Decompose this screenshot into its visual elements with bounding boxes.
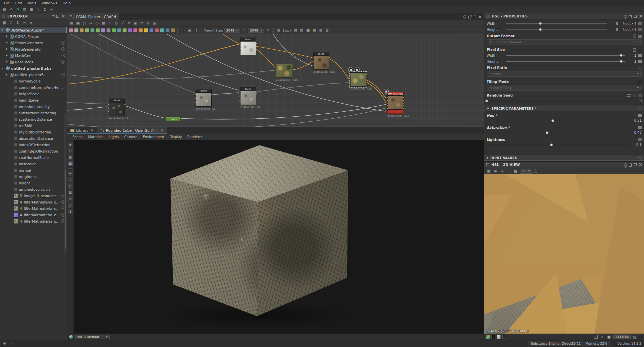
close-tab-icon[interactable]: [160, 129, 163, 132]
explorer-item-height[interactable]: height: [0, 180, 67, 186]
slider-knob[interactable]: [539, 22, 542, 25]
close-panel-icon[interactable]: [639, 163, 642, 166]
transformation-node-icon[interactable]: [117, 28, 121, 33]
pixel-processor-node-icon[interactable]: [160, 28, 164, 33]
maximize-panel-icon[interactable]: [56, 15, 59, 18]
input-pin[interactable]: [108, 104, 109, 105]
output-node[interactable]: CGMA_PlasterNode2048x2048 - C16: [387, 92, 404, 117]
param-slider-lightness[interactable]: [487, 143, 630, 147]
preview-toggle-icon[interactable]: ◉: [187, 28, 193, 33]
tab-library[interactable]: Library: [67, 127, 97, 133]
size-link-icon[interactable]: ∞: [241, 28, 247, 33]
environment-icon[interactable]: ▦: [68, 155, 73, 160]
search-icon[interactable]: ◌: [94, 21, 100, 26]
explorer-item-heightscale[interactable]: heightScale: [0, 91, 67, 97]
levels-node-icon[interactable]: [96, 28, 100, 33]
output-pin[interactable]: [124, 104, 126, 105]
chevron-right-icon[interactable]: [5, 35, 8, 38]
import-resource-icon[interactable]: ↧: [8, 20, 14, 25]
pin-node-icon[interactable]: ◉: [132, 21, 138, 26]
snap-grid-icon[interactable]: ▦: [101, 21, 106, 26]
float-panel-icon[interactable]: [629, 15, 632, 18]
output-format-select[interactable]: 16 Bits per Channel: [487, 39, 642, 45]
output-pin[interactable]: [329, 57, 330, 59]
new-file-icon[interactable]: ▤: [2, 7, 7, 12]
pin-comment-icon[interactable]: ⌇: [194, 28, 199, 33]
input-pin[interactable]: [239, 43, 241, 44]
chevron-right-icon[interactable]: [5, 60, 8, 63]
dynamic-gradient-node-icon[interactable]: [144, 28, 148, 33]
blend-node-4[interactable]: Blend2048x2048 - L8: [240, 87, 256, 109]
param-slider-saturation[interactable]: [487, 131, 630, 135]
rotate-icon[interactable]: ↻: [68, 183, 73, 189]
explorer-item-4-filtermatmateria-carbon[interactable]: 4_filterMatmateria_carbon...: [0, 205, 67, 212]
arrange-icon[interactable]: ≣: [324, 28, 330, 33]
function-button[interactable]: [633, 94, 636, 97]
pin-panel-icon[interactable]: [624, 15, 627, 18]
frame-selection-icon[interactable]: ▣: [75, 21, 81, 26]
menu-edit[interactable]: Edit: [13, 1, 25, 5]
output-pin[interactable]: [403, 105, 405, 107]
explorer-item-emissionintensity[interactable]: emissionIntensity: [0, 103, 67, 110]
panel-menu-icon[interactable]: [2, 15, 5, 17]
link-view-icon[interactable]: ∞: [499, 168, 505, 174]
explorer-item-subsurfacescattering[interactable]: subsurfaceScattering: [0, 110, 67, 116]
preset-menu-icon[interactable]: [638, 126, 642, 129]
shape-node-icon[interactable]: [155, 28, 159, 33]
open-icon[interactable]: ▥: [22, 7, 28, 12]
colorspace-select[interactable]: sRGB (default): [75, 335, 110, 339]
explorer-item-coatindexofrefraction[interactable]: coatIndexOfRefraction: [0, 148, 67, 154]
hsl-source-node[interactable]: 2048x2048 - C16: [276, 64, 292, 81]
comment-icon[interactable]: ≡: [126, 21, 132, 26]
explorer-item-altplastera-sbs[interactable]: AltPlasterA.sbs*: [0, 27, 67, 33]
input-pin[interactable]: [312, 61, 314, 62]
scene-scale-icon[interactable]: ↔: [68, 171, 73, 176]
explorer-item-combinenormalandheight[interactable]: combineNormalAndHeight: [0, 84, 67, 91]
info-status-icon[interactable]: [10, 342, 13, 345]
base-param-slider-width[interactable]: [506, 21, 607, 25]
pixel-size-slider-height[interactable]: [506, 59, 625, 63]
preset-menu-icon[interactable]: [638, 49, 642, 51]
function-button[interactable]: [633, 35, 636, 38]
view-3d-output-button[interactable]: [355, 67, 360, 72]
close-panel-icon[interactable]: [478, 15, 481, 18]
hsl-node-icon[interactable]: [101, 28, 105, 33]
explorer-item-rayleighscattering[interactable]: rayleighScattering: [0, 129, 67, 135]
explorer-scrollbar[interactable]: [64, 114, 66, 254]
explorer-item-resources[interactable]: Resources: [0, 59, 67, 65]
emboss-node-icon[interactable]: [133, 28, 138, 33]
stack-vertical-icon[interactable]: ▤: [292, 28, 298, 33]
preset-menu-icon[interactable]: [638, 54, 642, 57]
close-panel-icon[interactable]: [61, 14, 65, 18]
info-icon[interactable]: [61, 47, 65, 51]
layout-icon[interactable]: ▤: [632, 334, 638, 340]
preset-menu-icon[interactable]: [638, 138, 642, 141]
zoom-fit-icon[interactable]: ↔: [88, 21, 94, 26]
stack-icon[interactable]: ⊞: [276, 28, 282, 33]
input-pin[interactable]: [386, 97, 388, 99]
preset-menu-icon[interactable]: [638, 114, 642, 117]
explorer-item-redshift[interactable]: redShift: [0, 122, 67, 129]
viewport-3d-canvas[interactable]: ◉○▦▭↔+↻▩◎╱▮: [67, 140, 484, 334]
alpha-channel-icon[interactable]: [491, 335, 495, 339]
output-pin[interactable]: [403, 100, 405, 101]
blend-node-2[interactable]: Blend2048x2048 - C16: [313, 52, 329, 73]
input-pin[interactable]: [239, 50, 241, 52]
color-picker-icon[interactable]: ╱: [68, 203, 73, 208]
float-tab-icon[interactable]: [151, 130, 153, 132]
explorer-item-normalscale[interactable]: normalScale: [0, 78, 67, 84]
chevron-down-icon[interactable]: [5, 73, 8, 76]
explorer-item-4-filtermatmateria-carbon[interactable]: 4_filterMatmateria_carbon...: [0, 218, 67, 224]
preset-menu-icon[interactable]: [638, 107, 642, 110]
preset-menu-icon[interactable]: [638, 80, 642, 83]
chevron-down-icon[interactable]: [1, 28, 4, 32]
grid-status-icon[interactable]: [3, 342, 6, 345]
link-icon[interactable]: ∞: [49, 7, 54, 12]
pixel-ratio-select[interactable]: Stretch: [487, 71, 642, 77]
input-pin[interactable]: [312, 57, 314, 59]
filter-icon[interactable]: ≡: [28, 20, 34, 25]
menu-file[interactable]: File: [1, 1, 13, 5]
info-icon[interactable]: [61, 54, 65, 57]
tab-rounded-cube-opengl[interactable]: Rounded Cube - OpenGL: [97, 127, 167, 133]
reset-size-icon[interactable]: ↺: [265, 28, 271, 33]
